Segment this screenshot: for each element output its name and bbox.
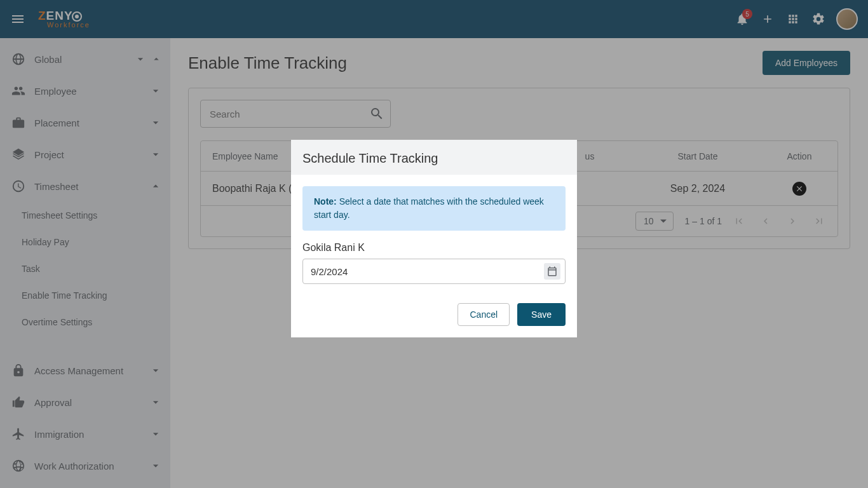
modal-employee-name: Gokila Rani K bbox=[302, 242, 566, 254]
modal-overlay[interactable]: Schedule Time Tracking Note: Select a da… bbox=[0, 0, 868, 488]
note-label: Note: bbox=[314, 196, 337, 207]
note-text: Select a date that matches with the sche… bbox=[314, 196, 544, 220]
save-button[interactable]: Save bbox=[517, 303, 566, 326]
calendar-icon[interactable] bbox=[544, 263, 560, 280]
date-input[interactable] bbox=[302, 259, 566, 284]
note-box: Note: Select a date that matches with th… bbox=[302, 186, 566, 231]
cancel-button[interactable]: Cancel bbox=[458, 303, 510, 326]
schedule-modal: Schedule Time Tracking Note: Select a da… bbox=[291, 140, 577, 337]
modal-title: Schedule Time Tracking bbox=[291, 140, 577, 175]
